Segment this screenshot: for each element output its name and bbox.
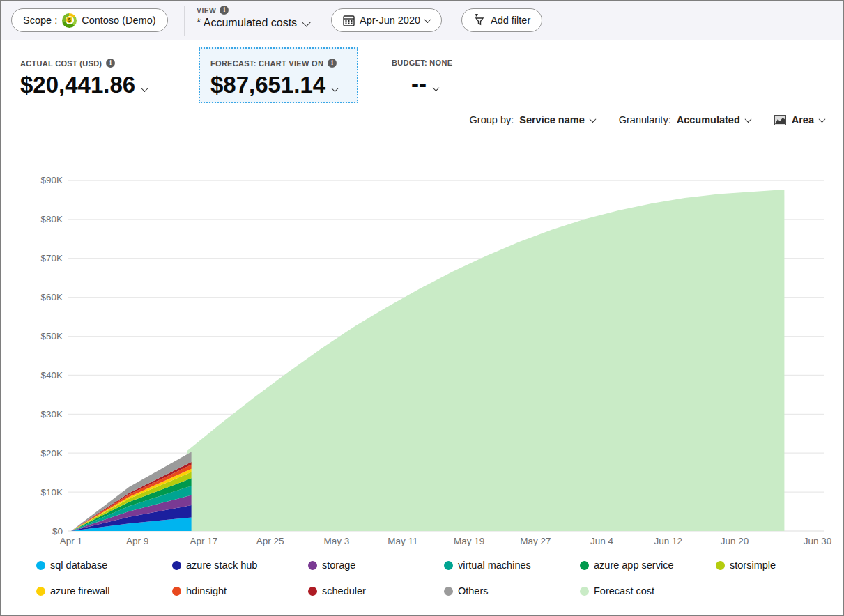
toolbar: Scope : Contoso (Demo) VIEW * Accumulate… xyxy=(1,1,843,40)
y-axis-tick: $50K xyxy=(40,331,63,341)
add-filter-icon xyxy=(473,14,486,26)
toolbar-divider xyxy=(184,6,185,36)
x-axis-tick: May 19 xyxy=(454,536,484,546)
legend-label: hdinsight xyxy=(186,585,227,596)
legend-item[interactable]: sql database xyxy=(36,557,172,573)
legend-item[interactable]: storage xyxy=(308,557,444,573)
y-axis-tick: $40K xyxy=(40,370,63,380)
chevron-down-icon xyxy=(332,85,339,92)
chevron-down-icon xyxy=(819,116,826,123)
x-axis-tick: Jun 20 xyxy=(721,536,749,546)
legend-label: virtual machines xyxy=(458,560,531,571)
actual-cost-value: $20,441.86 xyxy=(20,72,135,98)
x-axis-tick: Apr 17 xyxy=(190,536,218,546)
chevron-down-icon xyxy=(433,84,440,91)
legend-swatch xyxy=(36,561,45,570)
chevron-down-icon xyxy=(302,17,311,26)
area-chart-icon xyxy=(774,115,786,125)
legend-swatch xyxy=(172,561,181,570)
legend-item[interactable]: storsimple xyxy=(716,557,844,573)
granularity-label: Granularity: xyxy=(619,114,671,125)
legend-item[interactable]: scheduler xyxy=(308,583,444,599)
legend-item[interactable]: Others xyxy=(444,583,580,599)
legend-item[interactable]: Forecast cost xyxy=(580,583,716,599)
legend-label: sql database xyxy=(50,560,107,571)
legend-swatch xyxy=(36,587,45,596)
y-axis-tick: $60K xyxy=(40,292,63,302)
legend-label: scheduler xyxy=(322,585,366,596)
legend-swatch xyxy=(444,561,453,570)
x-axis-tick: May 11 xyxy=(388,536,417,546)
legend-swatch xyxy=(444,587,453,596)
y-axis-tick: $70K xyxy=(40,253,63,263)
scope-picker[interactable]: Scope : Contoso (Demo) xyxy=(11,8,168,32)
forecast-label: FORECAST: CHART VIEW ON xyxy=(210,59,323,68)
kpi-forecast-cost[interactable]: FORECAST: CHART VIEW ON $87,651.14 xyxy=(199,47,358,103)
chart-legend: sql databaseazure stack hubstoragevirtua… xyxy=(36,557,844,599)
add-filter-label: Add filter xyxy=(491,15,530,26)
legend-swatch xyxy=(716,561,725,570)
y-axis-tick: $0 xyxy=(52,526,63,537)
legend-swatch xyxy=(308,561,317,570)
y-axis-tick: $80K xyxy=(40,214,63,224)
x-axis-tick: Jun 30 xyxy=(804,536,832,546)
info-icon[interactable] xyxy=(220,6,229,15)
legend-label: azure app service xyxy=(594,560,673,571)
calendar-icon xyxy=(343,15,355,26)
group-by-dropdown[interactable]: Group by: Service name xyxy=(470,114,595,125)
chevron-down-icon xyxy=(589,116,596,123)
accumulated-cost-area-chart[interactable]: $0$10K$20K$30K$40K$50K$60K$70K$80K$90KAp… xyxy=(1,148,844,553)
forecast-area[interactable] xyxy=(187,190,785,531)
legend-item[interactable]: azure app service xyxy=(580,557,716,573)
kpi-actual-cost: ACTUAL COST (USD) $20,441.86 xyxy=(20,59,147,98)
x-axis-tick: Apr 1 xyxy=(60,536,82,546)
actual-cost-dropdown[interactable]: $20,441.86 xyxy=(20,72,147,98)
legend-item[interactable]: azure stack hub xyxy=(172,557,308,573)
date-range-value: Apr-Jun 2020 xyxy=(360,15,420,26)
x-axis-tick: Jun 12 xyxy=(654,536,683,546)
scope-label: Scope : xyxy=(23,15,57,26)
legend-item[interactable]: virtual machines xyxy=(444,557,580,573)
view-value: * Accumulated costs xyxy=(197,17,297,29)
kpi-budget: BUDGET: NONE -- xyxy=(392,59,452,98)
y-axis-tick: $30K xyxy=(40,409,63,419)
x-axis-tick: Apr 9 xyxy=(126,536,148,546)
view-dropdown[interactable]: * Accumulated costs xyxy=(197,17,309,29)
scope-value: Contoso (Demo) xyxy=(82,15,155,26)
granularity-value: Accumulated xyxy=(677,114,740,125)
chevron-down-icon xyxy=(744,116,751,123)
x-axis-tick: May 27 xyxy=(520,536,551,546)
forecast-value: $87,651.14 xyxy=(210,72,325,98)
forecast-dropdown[interactable]: $87,651.14 xyxy=(210,72,357,98)
budget-dropdown[interactable]: -- xyxy=(411,71,452,98)
add-filter-button[interactable]: Add filter xyxy=(461,8,542,32)
budget-label: BUDGET: NONE xyxy=(392,59,452,67)
legend-swatch xyxy=(580,561,589,570)
y-axis-tick: $20K xyxy=(40,448,63,459)
x-axis-tick: May 3 xyxy=(323,536,349,546)
date-range-picker[interactable]: Apr-Jun 2020 xyxy=(331,8,442,32)
chart-type-dropdown[interactable]: Area xyxy=(774,114,824,125)
legend-label: azure firewall xyxy=(50,585,109,596)
chart-type-value: Area xyxy=(792,114,814,125)
legend-label: azure stack hub xyxy=(186,560,257,571)
chevron-down-icon xyxy=(424,16,431,23)
legend-label: Others xyxy=(458,585,489,596)
view-selector: VIEW * Accumulated costs xyxy=(197,6,309,29)
y-axis-tick: $10K xyxy=(40,487,63,498)
x-axis-tick: Jun 4 xyxy=(590,536,614,546)
legend-item[interactable]: azure firewall xyxy=(36,583,172,599)
info-icon[interactable] xyxy=(328,59,337,68)
chart-controls: Group by: Service name Granularity: Accu… xyxy=(470,114,824,125)
x-axis-tick: Apr 25 xyxy=(256,536,284,546)
budget-value: -- xyxy=(411,71,427,98)
group-by-value: Service name xyxy=(519,114,585,125)
legend-label: Forecast cost xyxy=(594,585,654,596)
cost-chart[interactable]: $0$10K$20K$30K$40K$50K$60K$70K$80K$90KAp… xyxy=(1,148,844,553)
y-axis-tick: $90K xyxy=(40,175,63,185)
legend-item[interactable]: hdinsight xyxy=(172,583,308,599)
legend-swatch xyxy=(580,587,589,596)
subscription-icon xyxy=(62,13,77,28)
granularity-dropdown[interactable]: Granularity: Accumulated xyxy=(619,114,751,125)
info-icon[interactable] xyxy=(106,59,115,68)
